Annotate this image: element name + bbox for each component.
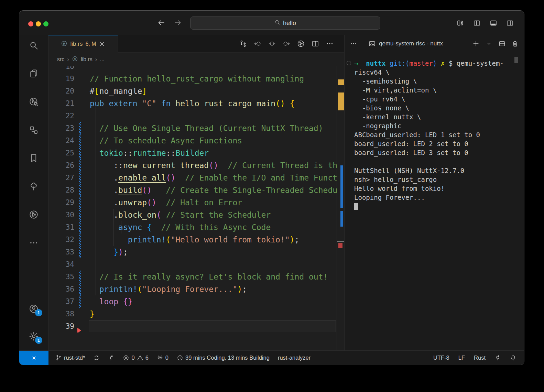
line-number[interactable]: 29	[48, 196, 74, 209]
line-number[interactable]: 25	[48, 147, 74, 159]
status-item-runtime-plug[interactable]	[494, 355, 501, 361]
line-number[interactable]: 31	[48, 221, 74, 233]
code-line[interactable]: 23 // Use One Single Thread (Current Nut…	[48, 122, 337, 134]
status-item-ports[interactable]: 0	[157, 355, 168, 361]
line-number[interactable]: 35	[48, 271, 74, 283]
status-item-language-mode[interactable]: Rust	[474, 355, 486, 361]
terminal-tab[interactable]: qemu-system-risc - nuttx	[368, 40, 472, 48]
line-number[interactable]: 23	[48, 122, 74, 134]
code-line[interactable]: 34	[48, 258, 337, 271]
status-item-problems[interactable]: 06	[123, 355, 148, 361]
open-changes-graph-button[interactable]	[297, 40, 305, 48]
code-line[interactable]: 27 .enable_all() // Enable the I/O and T…	[48, 172, 337, 184]
breadcrumb-symbol[interactable]: ...	[100, 56, 104, 63]
kill-terminal-button[interactable]	[511, 40, 519, 48]
views-more-actions-button[interactable]	[349, 40, 358, 48]
line-number[interactable]: 33	[48, 246, 74, 258]
line-number[interactable]: 18	[48, 66, 74, 73]
sidebar-item-git-graph[interactable]	[29, 209, 39, 220]
customize-layout-button[interactable]	[456, 19, 465, 28]
line-number[interactable]: 34	[48, 258, 74, 271]
status-item-end-of-line[interactable]: LF	[458, 355, 465, 361]
code-line[interactable]: 38}	[48, 308, 337, 320]
remote-indicator[interactable]	[19, 351, 48, 365]
code-line[interactable]: 35 // Is it really async? Let's block an…	[48, 271, 337, 283]
code-line[interactable]: 24 // To schedule Async Functions	[48, 134, 337, 147]
split-editor-button[interactable]	[311, 40, 319, 48]
code-line[interactable]: 36 println!("Looping Forever...");	[48, 283, 337, 295]
sidebar-item-tree-view[interactable]	[29, 181, 39, 192]
toggle-panel-button[interactable]	[489, 19, 498, 28]
status-item-source-control-graph[interactable]	[108, 355, 115, 361]
code-line[interactable]: 33 });	[48, 246, 337, 258]
more-actions-button[interactable]	[326, 40, 334, 48]
code-line[interactable]: 37 loop {}	[48, 295, 337, 308]
line-number[interactable]: 36	[48, 283, 74, 295]
sidebar-item-settings[interactable]: 1	[29, 331, 39, 341]
code-line[interactable]: 39	[48, 320, 337, 333]
code-line[interactable]: 21pub extern "C" fn hello_rust_cargo_mai…	[48, 97, 337, 110]
sidebar-item-accounts[interactable]: 1	[29, 304, 39, 314]
close-window-button[interactable]	[28, 21, 33, 26]
code-segment	[161, 210, 166, 219]
code-line[interactable]: 25 tokio::runtime::Builder	[48, 147, 337, 159]
zoom-window-button[interactable]	[43, 21, 48, 26]
line-number[interactable]: 22	[48, 110, 74, 122]
sidebar-item-more-views[interactable]	[29, 238, 39, 248]
code-line[interactable]: 30 .block_on( // Start the Scheduler	[48, 209, 337, 221]
code-line[interactable]: 19// Function hello_rust_cargo without m…	[48, 73, 337, 85]
line-number[interactable]: 26	[48, 159, 74, 172]
sidebar-item-symbols[interactable]	[29, 125, 39, 135]
code-line[interactable]: 28 .build() // Create the Single-Threade…	[48, 184, 337, 196]
status-item-git-branch[interactable]: rust-std*	[55, 355, 85, 361]
code-line[interactable]: 20#[no_mangle]	[48, 85, 337, 97]
code-line[interactable]: 26 ::new_current_thread() // Current Thr…	[48, 159, 337, 172]
line-number[interactable]: 37	[48, 295, 74, 308]
command-center-search[interactable]: hello	[190, 17, 380, 30]
launch-profile-button[interactable]	[485, 40, 493, 48]
back-button[interactable]	[157, 18, 166, 27]
tab-lib-rs[interactable]: R lib.rs 6, M	[48, 35, 118, 53]
close-tab-button[interactable]	[99, 41, 105, 47]
status-item-sync-changes[interactable]	[93, 355, 100, 361]
line-number[interactable]: 19	[48, 73, 74, 85]
breadcrumb-file[interactable]: lib.rs	[81, 56, 93, 63]
line-number[interactable]: 39	[48, 320, 74, 333]
forward-button[interactable]	[173, 18, 182, 27]
line-number[interactable]: 27	[48, 172, 74, 184]
line-number[interactable]: 30	[48, 209, 74, 221]
line-number[interactable]: 20	[48, 85, 74, 97]
command-decoration-icon[interactable]	[347, 61, 351, 65]
toggle-secondary-sidebar-button[interactable]	[505, 19, 514, 28]
status-item-encoding[interactable]: UTF-8	[433, 355, 449, 361]
split-terminal-button[interactable]	[498, 40, 506, 48]
sidebar-item-explorer[interactable]	[29, 68, 39, 79]
line-number[interactable]: 21	[48, 97, 74, 110]
new-terminal-button[interactable]	[472, 40, 480, 48]
code-editor[interactable]: 1819// Function hello_rust_cargo without…	[48, 66, 344, 350]
next-change-button[interactable]	[282, 40, 291, 48]
line-number[interactable]: 32	[48, 233, 74, 246]
breadcrumb-folder[interactable]: src	[57, 56, 64, 63]
sidebar-item-bookmarks[interactable]	[29, 153, 39, 163]
terminal-view[interactable]: → nuttx git:(master) ✗ $ qemu-system-ris…	[345, 53, 524, 350]
compare-changes-button[interactable]	[239, 40, 247, 48]
code-line[interactable]: 29 .unwrap() // Halt on Error	[48, 196, 337, 209]
code-line[interactable]: 22	[48, 110, 337, 122]
status-item-notifications[interactable]	[510, 355, 516, 361]
line-number[interactable]: 38	[48, 308, 74, 320]
previous-change-button[interactable]	[253, 40, 262, 48]
status-item-time-tracking[interactable]: 39 mins Coding, 13 mins Building	[177, 355, 270, 361]
current-change-button[interactable]	[268, 40, 276, 48]
code-line[interactable]: 32 println!("Hello world from tokio!");	[48, 233, 337, 246]
code-line[interactable]: 18	[48, 66, 337, 73]
line-number[interactable]: 24	[48, 134, 74, 147]
line-number[interactable]: 28	[48, 184, 74, 196]
sidebar-item-search[interactable]	[29, 40, 39, 51]
sidebar-item-source-control-search[interactable]	[29, 97, 39, 107]
terminal-scrollbar-thumb[interactable]	[514, 57, 518, 63]
status-item-rust-analyzer-status[interactable]: rust-analyzer	[278, 355, 311, 361]
toggle-primary-sidebar-button[interactable]	[472, 19, 481, 28]
minimize-window-button[interactable]	[36, 21, 41, 26]
code-line[interactable]: 31 async { // With this Async Code	[48, 221, 337, 233]
